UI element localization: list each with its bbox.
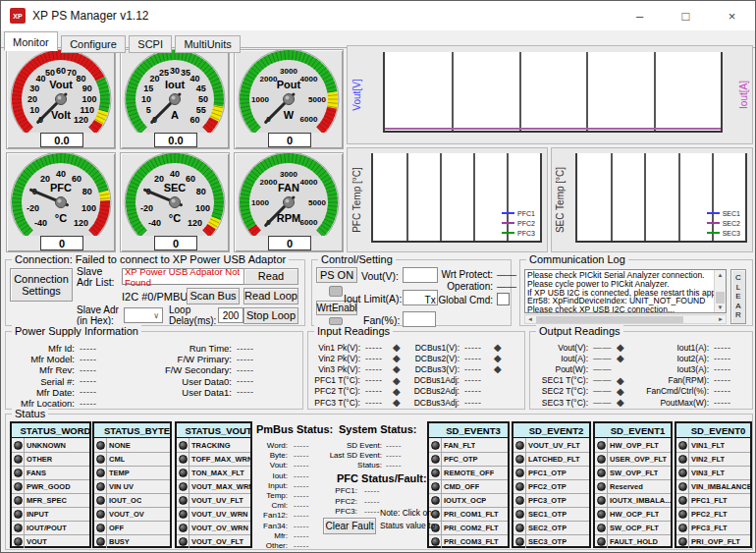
legend-label: SEC2	[723, 220, 740, 227]
reading-row: SEC1 T(°C):——◆	[533, 375, 624, 386]
legend-line-swatch	[502, 212, 514, 214]
led-indicator-icon	[14, 510, 23, 519]
pmbus-value[interactable]: -----	[294, 481, 309, 490]
y-axis-label-wrap: PFC Temp [°C]	[350, 148, 363, 251]
led-cell	[513, 494, 526, 507]
svg-text:50: 50	[198, 94, 208, 104]
tab-configure[interactable]: Configure	[61, 35, 126, 53]
led-indicator-icon	[96, 469, 105, 477]
svg-text:120: 120	[188, 218, 202, 228]
stop-loop-button[interactable]: Stop Loop	[243, 307, 298, 324]
scroll-right-icon[interactable]: ►	[716, 315, 726, 323]
legend-line-swatch	[707, 232, 720, 234]
legend-item: PFC3	[502, 228, 535, 238]
table-header: SD_EVENT0	[676, 423, 750, 438]
scroll-left-icon[interactable]: ◄	[525, 315, 535, 323]
led-indicator-icon	[179, 524, 188, 532]
status-flag-label: FANS	[25, 469, 46, 477]
plot-area: PFC1PFC2PFC3	[371, 153, 542, 243]
pmbus-value[interactable]: -----	[294, 491, 309, 500]
reading-row: Mfr Rev:-----	[10, 364, 119, 375]
status-diamond-icon: ◆	[617, 387, 624, 396]
wrt-protect-value: ——	[497, 269, 516, 280]
svg-text:1000: 1000	[251, 95, 269, 104]
minimize-button[interactable]: –	[617, 1, 663, 30]
svg-text:RPM: RPM	[277, 212, 300, 224]
fan-input[interactable]	[403, 311, 436, 327]
loop-delay-input[interactable]: 200	[218, 307, 243, 323]
vout-input[interactable]	[403, 267, 438, 283]
led-cell	[513, 522, 526, 534]
svg-text:80: 80	[82, 187, 92, 196]
pmbus-value[interactable]: -----	[294, 501, 309, 510]
tx-global-checkbox[interactable]	[497, 293, 510, 305]
status-flag-label: VOUT_OV	[107, 510, 144, 519]
slave-adr-select[interactable]: ∨	[124, 307, 163, 323]
status-row: PWR_GOOD	[12, 479, 89, 493]
v-scrollbar[interactable]: ▲ ▼	[714, 270, 726, 312]
close-button[interactable]: ×	[709, 1, 755, 30]
led-indicator-icon	[14, 482, 23, 491]
status-table-sd_event1: SD_EVENT1HW_OVP_FLTUSER_OVP_FLTSW_OVP_FL…	[593, 421, 673, 548]
scroll-down-icon[interactable]: ▼	[715, 303, 726, 312]
ps-on-button[interactable]: PS ON	[316, 267, 357, 283]
pmbus-value[interactable]: -----	[294, 541, 309, 550]
h-scroll-thumb[interactable]	[536, 316, 683, 323]
reading-value: -----	[464, 343, 494, 353]
svg-text:SEC: SEC	[164, 182, 187, 194]
led-indicator-icon	[96, 537, 105, 546]
status-flag-label: SW_OVP_FLT	[608, 469, 658, 477]
gridline	[586, 52, 588, 131]
log-line: Please check XP USB I2C connection...	[525, 305, 714, 313]
led-indicator-icon	[597, 455, 606, 464]
svg-text:A: A	[171, 109, 179, 121]
read-button[interactable]: Read	[243, 268, 298, 285]
pmbus-value[interactable]: -----	[386, 451, 402, 460]
led-indicator-icon	[96, 455, 105, 464]
pmbus-label: Word:	[256, 441, 288, 450]
status-row: PFC3_FLT	[676, 521, 750, 534]
led-indicator-icon	[515, 496, 524, 505]
reading-value: -----	[365, 375, 393, 385]
status-row: OTHER	[12, 452, 89, 466]
reading-row: Iout2(A):-----	[630, 353, 747, 363]
pmbus-value[interactable]: -----	[294, 471, 309, 480]
led-cell	[94, 467, 107, 479]
tab-scpi[interactable]: SCPI	[129, 35, 172, 53]
clear-log-button[interactable]: C L E A R	[730, 269, 746, 324]
status-row: VIN3_FLT	[676, 466, 750, 479]
app-icon: XP	[10, 8, 26, 24]
clear-fault-button[interactable]: Clear Fault	[323, 518, 376, 534]
pmbus-value[interactable]: -----	[364, 497, 380, 506]
h-scrollbar[interactable]: ◄ ►	[524, 314, 727, 324]
legend-label: SEC3	[723, 230, 740, 237]
reading-label: Mfr Date:	[10, 387, 75, 398]
scroll-up-icon[interactable]: ▲	[715, 270, 726, 280]
status-flag-label: PRI_COM2_FLT	[442, 524, 499, 532]
pmbus-value[interactable]: -----	[386, 461, 402, 470]
connection-settings-button[interactable]: Connection Settings	[10, 268, 73, 302]
status-table-sd_event0: SD_EVENT0VIN1_FLTVIN2_FLTVIN3_FLTVIN_IMB…	[675, 421, 752, 548]
pmbus-value[interactable]: -----	[364, 507, 380, 516]
pmbus-value[interactable]: -----	[386, 441, 402, 450]
led-cell	[94, 453, 107, 466]
tab-monitor[interactable]: Monitor	[4, 31, 58, 51]
gauge-dial: -40-20020406080100120PFC°C	[7, 153, 115, 236]
scan-bus-button[interactable]: Scan Bus	[187, 288, 240, 304]
pmbus-label: PFC1:	[313, 486, 357, 495]
pmbus-value[interactable]: -----	[364, 486, 380, 495]
maximize-button[interactable]: □	[663, 1, 709, 30]
pmbus-value[interactable]: -----	[294, 531, 309, 540]
operation-value: ——	[497, 281, 516, 292]
read-loop-button[interactable]: Read Loop	[243, 288, 298, 304]
gauge-value: 0	[268, 236, 311, 250]
pmbus-value[interactable]: -----	[294, 522, 309, 530]
svg-text:30: 30	[170, 66, 180, 76]
pmbus-value[interactable]: -----	[294, 511, 309, 520]
pmbus-label: Byte:	[256, 451, 288, 460]
svg-text:3000: 3000	[280, 170, 297, 179]
output-readings-group: Output Readings Vout(V):——◆Iout(A):——◆Po…	[529, 331, 753, 410]
tab-multiunits[interactable]: MultiUnits	[175, 35, 240, 53]
led-cell	[12, 480, 25, 493]
comm-log-textarea[interactable]: Please check PICkit Serial Analyzer conn…	[524, 269, 727, 313]
